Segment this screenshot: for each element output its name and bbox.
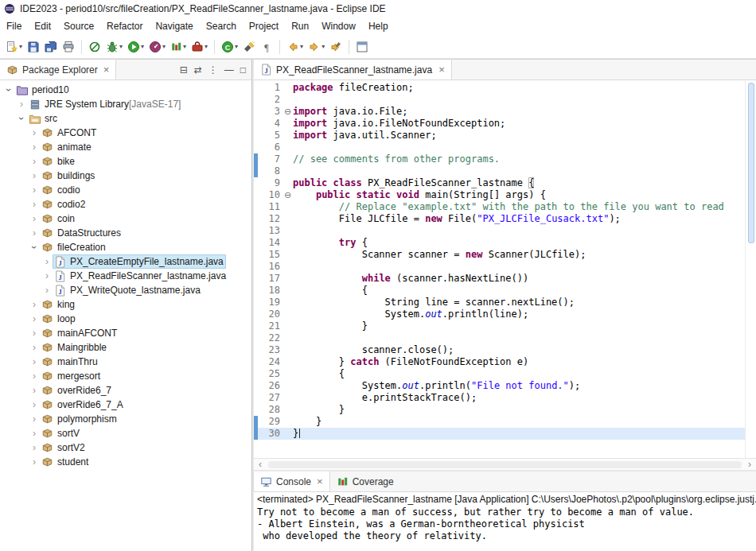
menu-item-search[interactable]: Search (200, 19, 243, 33)
menu-item-edit[interactable]: Edit (28, 19, 57, 33)
menu-item-window[interactable]: Window (315, 19, 362, 33)
tree-expand-arrow[interactable]: › (29, 142, 40, 152)
tab-package-explorer[interactable]: Package Explorer × (0, 60, 116, 80)
menu-item-refactor[interactable]: Refactor (100, 19, 149, 33)
tree-item[interactable]: ›period10 (0, 83, 251, 97)
skip-breakpoints-button[interactable] (87, 37, 103, 56)
tree-item[interactable]: ›mergesort (0, 369, 251, 383)
external-tools-button[interactable]: ▾ (189, 37, 209, 56)
tree-expand-arrow[interactable]: › (41, 271, 53, 281)
tree-expand-arrow[interactable]: › (29, 242, 39, 253)
back-history-dropdown-arrow[interactable]: ▾ (300, 43, 303, 50)
close-icon[interactable]: × (438, 64, 445, 76)
tree-expand-arrow[interactable]: › (41, 257, 53, 266)
menu-item-source[interactable]: Source (57, 19, 100, 33)
code-editor[interactable]: 1package fileCreation;23⊖import java.io.… (254, 80, 745, 458)
tree-item[interactable]: ›overRide6_7 (0, 383, 251, 398)
tree-expand-arrow[interactable]: › (29, 185, 40, 195)
tree-expand-arrow[interactable]: › (29, 371, 40, 381)
tree-expand-arrow[interactable]: › (29, 300, 40, 309)
menu-item-project[interactable]: Project (243, 19, 285, 33)
external-tools-dropdown-arrow[interactable]: ▾ (205, 43, 208, 50)
tree-expand-arrow[interactable]: › (29, 200, 40, 209)
save-all-button[interactable] (43, 37, 59, 56)
editor-tab[interactable]: J PX_ReadFileScanner_lastname.java × (254, 60, 452, 80)
new-wizard-dropdown-arrow[interactable]: ▾ (19, 43, 22, 50)
tree-expand-arrow[interactable]: › (29, 414, 40, 424)
tree-item[interactable]: ›student (0, 455, 251, 469)
print-button[interactable] (60, 37, 76, 56)
tree-item[interactable]: ›mainAFCONT (0, 326, 251, 340)
tree-expand-arrow[interactable]: › (16, 99, 27, 109)
tree-item[interactable]: ›bike (0, 154, 251, 169)
tree-item[interactable]: ›JRE System Library [JavaSE-17] (0, 97, 251, 111)
tree-expand-arrow[interactable]: › (29, 386, 40, 395)
tree-item[interactable]: ›overRide6_7_A (0, 398, 251, 412)
tree-expand-arrow[interactable]: › (29, 214, 40, 223)
overview-ruler[interactable] (745, 80, 756, 458)
forward-history-button[interactable]: ▾ (306, 37, 326, 56)
tree-item[interactable]: ›animate (0, 140, 251, 154)
tree-expand-arrow[interactable]: › (29, 171, 40, 180)
tree-item[interactable]: ›src (0, 111, 251, 126)
last-edit-location-button[interactable] (328, 37, 344, 56)
menu-item-help[interactable]: Help (362, 19, 395, 33)
show-whitespace-button[interactable]: ¶ (259, 37, 275, 56)
console-output[interactable]: Try not to become a man of success, but … (254, 506, 756, 551)
horizontal-scrollbar[interactable]: ‹ › (254, 458, 756, 470)
tree-item[interactable]: ›king (0, 297, 251, 312)
tree-expand-arrow[interactable]: › (29, 314, 40, 324)
tree-expand-arrow[interactable]: › (29, 343, 40, 352)
scroll-right-icon[interactable]: › (743, 460, 756, 469)
close-icon[interactable]: × (317, 475, 323, 487)
tree-expand-arrow[interactable]: › (29, 429, 40, 438)
coverage-button[interactable]: ▾ (169, 37, 188, 56)
tree-item[interactable]: ›buildings (0, 169, 251, 183)
debug-button[interactable]: ▾ (104, 37, 124, 56)
run-dropdown-arrow[interactable]: ▾ (141, 43, 144, 50)
tree-item[interactable]: ›AFCONT (0, 126, 251, 140)
tree-expand-arrow[interactable]: › (29, 457, 40, 467)
view-menu-icon[interactable]: ⋮ (208, 65, 218, 75)
collapse-all-icon[interactable]: ⊟ (180, 65, 188, 75)
save-button[interactable] (25, 37, 41, 56)
tree-expand-arrow[interactable]: › (29, 443, 40, 452)
tree-expand-arrow[interactable]: › (29, 128, 40, 138)
tree-item[interactable]: ›Maingribble (0, 340, 251, 355)
forward-history-dropdown-arrow[interactable]: ▾ (321, 43, 325, 50)
new-java-class-dropdown-arrow[interactable]: ▾ (235, 43, 238, 50)
close-icon[interactable]: × (103, 64, 110, 76)
tree-item[interactable]: ›JPX_WriteQuote_lastname.java (0, 283, 251, 297)
profile-button[interactable]: ▾ (147, 37, 167, 56)
run-button[interactable]: ▾ (126, 37, 146, 56)
tree-item[interactable]: ›JPX_CreateEmptyFile_lastname.java (0, 254, 251, 269)
fold-collapse-icon[interactable]: ⊖ (283, 189, 293, 201)
search-button[interactable] (241, 37, 257, 56)
tree-item[interactable]: ›sortV (0, 426, 251, 440)
new-wizard-button[interactable]: ▾ (4, 37, 24, 56)
tree-expand-arrow[interactable]: › (29, 228, 40, 238)
tree-expand-arrow[interactable]: › (29, 357, 40, 367)
tree-item[interactable]: ›polymorphism (0, 412, 251, 426)
tree-item[interactable]: ›codio2 (0, 197, 251, 211)
tree-expand-arrow[interactable]: › (4, 84, 14, 95)
profile-dropdown-arrow[interactable]: ▾ (162, 43, 166, 50)
maximize-icon[interactable]: □ (240, 65, 246, 75)
tree-expand-arrow[interactable]: › (41, 285, 53, 295)
tree-expand-arrow[interactable]: › (29, 400, 40, 409)
menu-item-navigate[interactable]: Navigate (149, 19, 199, 33)
minimize-icon[interactable]: — (224, 65, 234, 75)
tree-item[interactable]: ›fileCreation (0, 240, 251, 254)
tree-item[interactable]: ›loop (0, 312, 251, 326)
tree-expand-arrow[interactable]: › (17, 113, 26, 124)
tree-item[interactable]: ›sortV2 (0, 440, 251, 455)
back-history-button[interactable]: ▾ (285, 37, 305, 56)
tree-item[interactable]: ›coin (0, 211, 251, 226)
tree-item[interactable]: ›JPX_ReadFileScanner_lastname.java (0, 269, 251, 283)
coverage-dropdown-arrow[interactable]: ▾ (183, 43, 186, 50)
tree-expand-arrow[interactable]: › (29, 157, 40, 166)
tab-console[interactable]: Console× (253, 471, 330, 491)
tree-item[interactable]: ›mainThru (0, 355, 251, 369)
fold-collapse-icon[interactable]: ⊖ (283, 106, 293, 118)
link-with-editor-icon[interactable]: ⇄ (194, 65, 202, 75)
